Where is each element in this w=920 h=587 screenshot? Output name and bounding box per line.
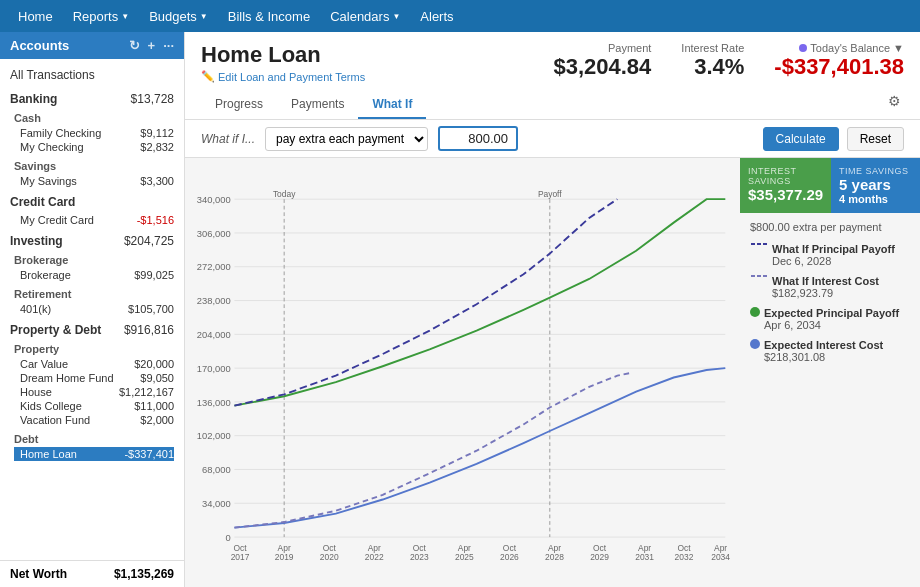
svg-text:2034: 2034 bbox=[711, 552, 730, 562]
edit-icon: ✏️ bbox=[201, 70, 215, 83]
legend-expected-interest: Expected Interest Cost $218,301.08 bbox=[750, 339, 910, 363]
dropdown-arrow-balance[interactable]: ▼ bbox=[893, 42, 904, 54]
calculate-button[interactable]: Calculate bbox=[763, 127, 839, 151]
svg-text:2029: 2029 bbox=[590, 552, 609, 562]
sidebar-group-banking[interactable]: Banking $13,728 bbox=[0, 87, 184, 108]
time-savings-box: TIME SAVINGS 5 years 4 months bbox=[831, 158, 920, 213]
nav-alerts[interactable]: Alerts bbox=[410, 0, 463, 32]
property-label: Property & Debt bbox=[10, 323, 101, 337]
sidebar-subgroup-property: Property Car Value $20,000 Dream Home Fu… bbox=[0, 339, 184, 429]
today-dot-icon bbox=[799, 44, 807, 52]
credit-label: Credit Card bbox=[10, 195, 75, 209]
svg-text:0: 0 bbox=[225, 533, 230, 543]
loan-chart: 340,000 306,000 272,000 238,000 204,000 … bbox=[195, 168, 730, 587]
expected-interest-dot bbox=[750, 339, 760, 349]
my-checking-amount: $2,832 bbox=[140, 141, 174, 153]
calendars-dropdown-arrow: ▼ bbox=[392, 12, 400, 21]
whatif-interest-text: What If Interest Cost $182,923.79 bbox=[772, 275, 879, 299]
settings-icon[interactable]: ⚙ bbox=[884, 91, 904, 111]
svg-text:170,000: 170,000 bbox=[197, 364, 231, 374]
whatif-principal-title: What If Principal Payoff bbox=[772, 243, 895, 255]
whatif-bar: What if I... pay extra each payment Calc… bbox=[185, 120, 920, 158]
svg-text:2022: 2022 bbox=[365, 552, 384, 562]
refresh-icon[interactable]: ↻ bbox=[129, 38, 140, 53]
edit-loan-link[interactable]: ✏️ Edit Loan and Payment Terms bbox=[201, 70, 365, 83]
nav-calendars[interactable]: Calendars ▼ bbox=[320, 0, 410, 32]
add-account-icon[interactable]: + bbox=[148, 38, 156, 53]
savings-panel: INTEREST SAVINGS $35,377.29 TIME SAVINGS… bbox=[740, 158, 920, 213]
today-balance-stat: Today's Balance ▼ -$337,401.38 bbox=[774, 42, 904, 80]
vacation-fund-name: Vacation Fund bbox=[20, 414, 90, 426]
whatif-principal-subtitle: Dec 6, 2028 bbox=[772, 255, 895, 267]
house-name: House bbox=[20, 386, 52, 398]
main-content: Home Loan ✏️ Edit Loan and Payment Terms… bbox=[185, 32, 920, 587]
dream-home-name: Dream Home Fund bbox=[20, 372, 114, 384]
car-value-name: Car Value bbox=[20, 358, 68, 370]
payment-stat: Payment $3,204.84 bbox=[553, 42, 651, 80]
sidebar-group-investing[interactable]: Investing $204,725 bbox=[0, 229, 184, 250]
nav-reports[interactable]: Reports ▼ bbox=[63, 0, 139, 32]
payment-value: $3,204.84 bbox=[553, 54, 651, 80]
dream-home-amount: $9,050 bbox=[140, 372, 174, 384]
nav-home[interactable]: Home bbox=[8, 0, 63, 32]
time-savings-sub: 4 months bbox=[839, 193, 912, 205]
list-item[interactable]: 401(k) $105,700 bbox=[14, 302, 174, 316]
chart-sidebar: INTEREST SAVINGS $35,377.29 TIME SAVINGS… bbox=[740, 158, 920, 587]
page-title-area: Home Loan ✏️ Edit Loan and Payment Terms bbox=[201, 42, 365, 83]
list-item[interactable]: My Checking $2,832 bbox=[14, 140, 174, 154]
svg-text:238,000: 238,000 bbox=[197, 296, 231, 306]
expected-principal-title: Expected Principal Payoff bbox=[764, 307, 899, 319]
list-item[interactable]: House $1,212,167 bbox=[14, 385, 174, 399]
page-title: Home Loan bbox=[201, 42, 365, 68]
my-savings-amount: $3,300 bbox=[140, 175, 174, 187]
legend-whatif-principal: What If Principal Payoff Dec 6, 2028 bbox=[750, 243, 910, 267]
whatif-label: What if I... bbox=[201, 132, 255, 146]
tab-progress[interactable]: Progress bbox=[201, 91, 277, 119]
page-header-top: Home Loan ✏️ Edit Loan and Payment Terms… bbox=[201, 42, 904, 83]
reset-button[interactable]: Reset bbox=[847, 127, 904, 151]
whatif-actions: Calculate Reset bbox=[763, 127, 904, 151]
tab-whatif[interactable]: What If bbox=[358, 91, 426, 119]
home-loan-amount: -$337,401 bbox=[124, 448, 174, 460]
list-item[interactable]: Vacation Fund $2,000 bbox=[14, 413, 174, 427]
interest-value: 3.4% bbox=[681, 54, 744, 80]
list-item[interactable]: Dream Home Fund $9,050 bbox=[14, 371, 174, 385]
expected-interest-subtitle: $218,301.08 bbox=[764, 351, 883, 363]
home-loan-item[interactable]: Home Loan -$337,401 bbox=[14, 447, 174, 461]
nav-bills[interactable]: Bills & Income bbox=[218, 0, 320, 32]
list-item[interactable]: Kids College $11,000 bbox=[14, 399, 174, 413]
my-credit-card-name: My Credit Card bbox=[20, 214, 94, 226]
list-item[interactable]: My Savings $3,300 bbox=[14, 174, 174, 188]
sidebar-group-credit[interactable]: Credit Card bbox=[0, 190, 184, 211]
whatif-amount-input[interactable] bbox=[438, 126, 518, 151]
property-amount: $916,816 bbox=[124, 323, 174, 337]
legend-whatif-interest: What If Interest Cost $182,923.79 bbox=[750, 275, 910, 299]
brokerage-name: Brokerage bbox=[20, 269, 71, 281]
svg-text:272,000: 272,000 bbox=[197, 263, 231, 273]
today-value: -$337,401.38 bbox=[774, 54, 904, 80]
more-options-icon[interactable]: ··· bbox=[163, 38, 174, 53]
brokerage-amount: $99,025 bbox=[134, 269, 174, 281]
tab-payments[interactable]: Payments bbox=[277, 91, 358, 119]
401k-amount: $105,700 bbox=[128, 303, 174, 315]
whatif-select[interactable]: pay extra each payment bbox=[265, 127, 428, 151]
interest-label: Interest Rate bbox=[681, 42, 744, 54]
home-loan-name: Home Loan bbox=[20, 448, 77, 460]
sidebar-subgroup-savings: Savings My Savings $3,300 bbox=[0, 156, 184, 190]
list-item[interactable]: Brokerage $99,025 bbox=[14, 268, 174, 282]
edit-loan-label: Edit Loan and Payment Terms bbox=[218, 71, 365, 83]
brokerage-label: Brokerage bbox=[14, 252, 174, 268]
interest-savings-value: $35,377.29 bbox=[748, 186, 823, 203]
list-item[interactable]: Car Value $20,000 bbox=[14, 357, 174, 371]
svg-text:306,000: 306,000 bbox=[197, 229, 231, 239]
kids-college-amount: $11,000 bbox=[134, 400, 174, 412]
list-item[interactable]: My Credit Card -$1,516 bbox=[14, 213, 174, 227]
payment-label: Payment bbox=[553, 42, 651, 54]
all-transactions-item[interactable]: All Transactions bbox=[0, 63, 184, 87]
nav-budgets[interactable]: Budgets ▼ bbox=[139, 0, 218, 32]
svg-text:2017: 2017 bbox=[231, 552, 250, 562]
list-item[interactable]: Family Checking $9,112 bbox=[14, 126, 174, 140]
sidebar-subgroup-cash: Cash Family Checking $9,112 My Checking … bbox=[0, 108, 184, 156]
kids-college-name: Kids College bbox=[20, 400, 82, 412]
sidebar-group-property[interactable]: Property & Debt $916,816 bbox=[0, 318, 184, 339]
